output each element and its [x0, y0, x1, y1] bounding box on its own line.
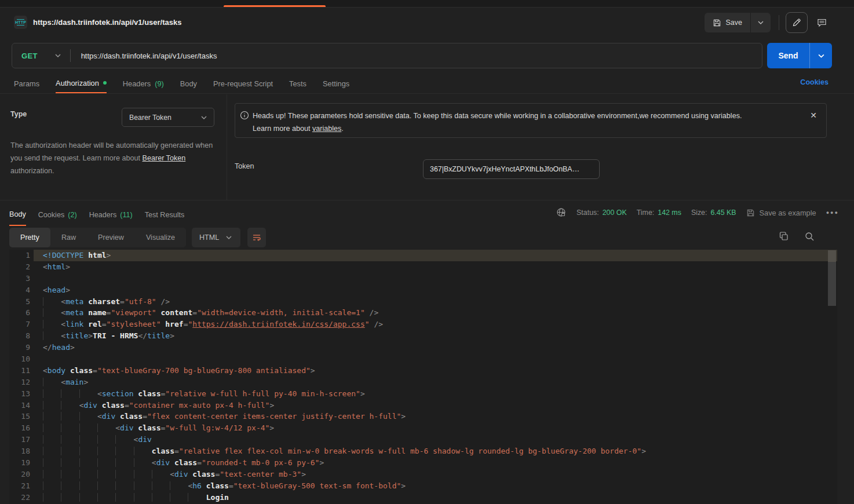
- request-title: https://dash.triinfotek.in/api/v1/user/t…: [33, 18, 181, 27]
- chevron-down-icon: [55, 54, 61, 57]
- code-line: 13 <section class="relative w-full h-ful…: [9, 388, 837, 400]
- code-line: 21 <h6 class="text-blueGray-500 text-sm …: [9, 480, 837, 492]
- copy-icon: [779, 231, 789, 242]
- save-as-example-button[interactable]: Save as example: [746, 209, 816, 217]
- size-pair[interactable]: Size:6.45 KB: [691, 209, 736, 217]
- tab-tests[interactable]: Tests: [289, 74, 306, 93]
- tab-params[interactable]: Params: [14, 74, 39, 93]
- view-tab-preview[interactable]: Preview: [87, 228, 135, 247]
- request-url-bar: GET https://dash.triinfotek.in/api/v1/us…: [12, 43, 762, 68]
- line-number: 20: [9, 469, 30, 480]
- line-number: 12: [9, 377, 30, 388]
- line-number: 11: [9, 365, 30, 377]
- scrollbar-thumb[interactable]: [828, 262, 836, 306]
- method-label: GET: [21, 52, 38, 60]
- code-line: 12 <main>: [9, 377, 837, 388]
- line-number: 21: [9, 480, 30, 492]
- search-icon: [804, 231, 815, 242]
- line-number: 15: [9, 411, 30, 422]
- wrap-lines-button[interactable]: [247, 228, 266, 247]
- variables-link[interactable]: variables: [312, 125, 341, 133]
- request-tabs: ParamsAuthorizationHeaders(9)BodyPre-req…: [14, 74, 349, 94]
- line-number: 4: [9, 284, 30, 296]
- response-tab-headers[interactable]: Headers(11): [89, 204, 133, 226]
- tab-count: (9): [155, 79, 164, 88]
- line-number: 10: [9, 353, 30, 365]
- auth-type-value: Bearer Token: [129, 114, 171, 122]
- code-line: 18 class="relative flex flex-col min-w-0…: [9, 445, 837, 457]
- status-pair[interactable]: Status:200 OK: [576, 209, 627, 217]
- chevron-down-icon: [201, 116, 207, 119]
- code-line: 2<html>: [9, 261, 837, 273]
- network-icon[interactable]: [556, 207, 567, 218]
- bearer-token-link[interactable]: Bearer Token: [143, 154, 186, 162]
- http-method-icon: HTTP: [14, 16, 27, 29]
- save-button-group[interactable]: Save: [705, 13, 771, 32]
- save-icon: [746, 209, 755, 217]
- chevron-down-icon: [758, 21, 764, 24]
- response-tab-body[interactable]: Body: [9, 204, 26, 226]
- code-line: 3: [9, 273, 837, 284]
- chevron-down-icon: [226, 236, 232, 239]
- send-options-button[interactable]: [809, 43, 832, 68]
- auth-type-select[interactable]: Bearer Token: [122, 108, 214, 127]
- format-select[interactable]: HTML: [192, 228, 240, 247]
- code-line: 19 <div class="rounded-t mb-0 px-6 py-6"…: [9, 457, 837, 469]
- edit-button[interactable]: [786, 12, 808, 33]
- view-tab-visualize[interactable]: Visualize: [135, 228, 186, 247]
- sensitive-data-banner: Heads up! These parameters hold sensitiv…: [235, 103, 827, 138]
- request-header: HTTP https://dash.triinfotek.in/api/v1/u…: [0, 8, 854, 38]
- tab-count: (11): [120, 211, 132, 219]
- size-value: 6.45 KB: [710, 209, 736, 217]
- scrollbar-highlight: [828, 250, 836, 262]
- banner-text-2: Learn more about variables.: [253, 122, 803, 136]
- response-body-code[interactable]: 1<!DOCTYPE html>2<html>34<head>5 <meta c…: [9, 250, 837, 504]
- panel-divider: [227, 94, 227, 200]
- code-lines: 1<!DOCTYPE html>2<html>34<head>5 <meta c…: [9, 250, 837, 503]
- comment-button[interactable]: [813, 14, 830, 31]
- response-tab-cookies[interactable]: Cookies(2): [38, 204, 77, 226]
- format-value: HTML: [199, 233, 219, 242]
- request-tabs-row: ParamsAuthorizationHeaders(9)BodyPre-req…: [0, 74, 854, 94]
- search-button[interactable]: [804, 231, 815, 242]
- tab-count: (2): [68, 211, 76, 219]
- method-selector[interactable]: GET: [12, 52, 70, 60]
- line-number: 7: [9, 319, 30, 330]
- response-header: BodyCookies(2)Headers(11)Test Results St…: [0, 201, 854, 227]
- close-icon[interactable]: ✕: [808, 109, 819, 121]
- authorization-panel: Type Bearer Token The authorization head…: [0, 94, 854, 200]
- line-number: 1: [9, 250, 30, 261]
- auth-description: The authorization header will be automat…: [10, 139, 218, 177]
- send-button-group[interactable]: Send: [767, 43, 832, 68]
- code-line: 7 <link rel="stylesheet" href="https://d…: [9, 319, 837, 330]
- line-number: 22: [9, 492, 30, 503]
- copy-button[interactable]: [779, 231, 789, 242]
- tab-pre-request-script[interactable]: Pre-request Script: [213, 74, 273, 93]
- save-button[interactable]: Save: [705, 13, 751, 32]
- view-tab-raw[interactable]: Raw: [50, 228, 87, 247]
- status-value: 200 OK: [603, 209, 627, 217]
- chevron-down-icon: [818, 54, 824, 58]
- tab-body[interactable]: Body: [180, 74, 197, 93]
- code-line: 5 <meta charset="utf-8" />: [9, 296, 837, 308]
- response-view-toolbar: PrettyRawPreviewVisualize HTML: [9, 228, 845, 247]
- code-line: 11<body class="text-blueGray-700 bg-blue…: [9, 365, 837, 377]
- tab-headers[interactable]: Headers(9): [123, 74, 164, 93]
- more-options-icon[interactable]: ●●●: [826, 210, 839, 216]
- time-pair[interactable]: Time:142 ms: [637, 209, 681, 217]
- url-input[interactable]: https://dash.triinfotek.in/api/v1/user/t…: [71, 52, 762, 60]
- info-icon: [240, 111, 249, 120]
- view-tab-pretty[interactable]: Pretty: [9, 228, 50, 247]
- send-button[interactable]: Send: [767, 43, 809, 68]
- token-input[interactable]: 367|BxZDUYkvv7jxHeYnctAPXthLbJfoOnBA…: [423, 159, 600, 179]
- auth-type-label: Type: [10, 110, 27, 118]
- code-line: 17 <div: [9, 434, 837, 445]
- code-line: 20 <div class="text-center mb-3">: [9, 469, 837, 480]
- save-options-button[interactable]: [750, 13, 771, 32]
- response-tab-test-results[interactable]: Test Results: [145, 204, 185, 226]
- tab-settings[interactable]: Settings: [323, 74, 349, 93]
- code-line: 15 <div class="flex content-center items…: [9, 411, 837, 422]
- tab-authorization[interactable]: Authorization: [56, 74, 107, 93]
- code-line: 16 <div class="w-full lg:w-4/12 px-4">: [9, 422, 837, 434]
- cookies-link[interactable]: Cookies: [800, 78, 829, 86]
